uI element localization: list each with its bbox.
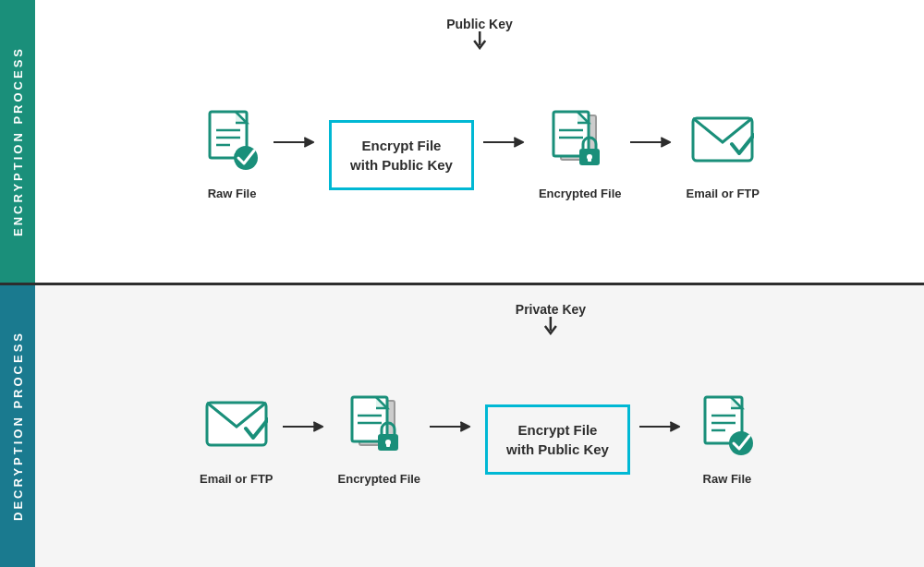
private-key-arrow [541,317,560,339]
decrypt-box-line2: with Public Key [506,441,609,457]
decryption-flow-row: Email or FTP [200,394,760,486]
arrow-dec-2 [430,417,476,436]
decryption-label: DECRYPTION PROCESS [11,331,25,521]
encryption-label-bar: ENCRYPTION PROCESS [0,0,35,283]
encryption-content: Public Key [35,0,924,283]
private-key-container: Private Key [516,302,586,339]
encryption-flow-row: Raw File Encrypt File with Public Key [200,109,760,200]
encrypted-file-dec-label: Encrypted File [338,472,421,486]
encrypt-box-item: Encrypt File with Public Key [329,120,474,190]
arrow-dec-3 [639,417,686,436]
email-ftp-dec-icon [204,394,269,459]
raw-file-icon [200,109,264,174]
svg-rect-26 [386,442,390,447]
arrow-2 [483,133,529,151]
encrypted-file-item: Encrypted File [539,109,622,200]
encrypt-box-line2: with Public Key [350,157,453,173]
decryption-label-bar: DECRYPTION PROCESS [0,285,35,568]
decryption-content: Private Key [35,285,924,568]
decrypt-box: Encrypt File with Public Key [485,404,630,475]
raw-file-dec-icon [695,394,760,459]
email-ftp-dec-item: Email or FTP [200,394,273,486]
encryption-label: ENCRYPTION PROCESS [11,46,25,236]
email-ftp-icon [690,109,755,174]
email-ftp-dec-label: Email or FTP [200,472,273,486]
encrypt-box: Encrypt File with Public Key [329,120,474,190]
private-key-label: Private Key [516,302,586,317]
public-key-container: Public Key [446,17,513,54]
raw-file-item: Raw File [200,109,264,200]
decrypt-box-line1: Encrypt File [518,422,598,438]
arrow-dec-1 [283,417,329,436]
public-key-label: Public Key [446,17,513,31]
encrypted-file-icon [548,109,613,174]
decrypt-box-item: Encrypt File with Public Key [485,404,630,475]
encrypted-file-dec-icon [346,394,411,459]
arrow-1 [274,133,320,151]
encryption-section: ENCRYPTION PROCESS Public Key [0,0,924,285]
encrypted-file-label: Encrypted File [539,187,622,200]
decryption-section: DECRYPTION PROCESS Private Key [0,285,924,568]
encrypt-box-line1: Encrypt File [362,138,442,153]
email-ftp-item: Email or FTP [686,109,759,200]
main-container: ENCRYPTION PROCESS Public Key [0,0,924,567]
encrypted-file-dec-item: Encrypted File [338,394,421,486]
svg-rect-14 [588,157,591,162]
public-key-arrow [470,31,489,54]
raw-file-dec-item: Raw File [695,394,760,486]
email-ftp-label: Email or FTP [686,187,759,200]
arrow-3 [630,133,676,151]
raw-file-label: Raw File [208,187,257,200]
raw-file-dec-label: Raw File [703,472,752,486]
